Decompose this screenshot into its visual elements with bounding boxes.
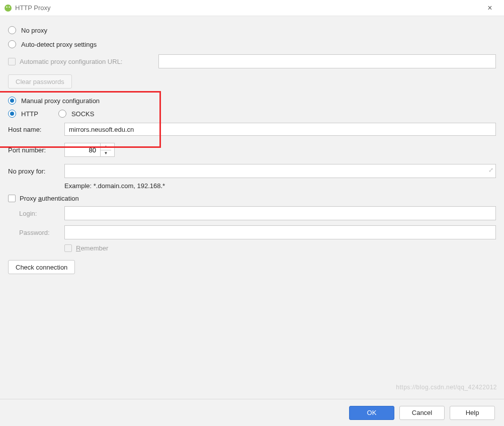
socks-option[interactable]: SOCKS [58,110,95,118]
clear-passwords-label: Clear passwords [16,78,64,86]
auto-url-field [158,54,496,68]
auto-detect-option[interactable]: Auto-detect proxy settings [8,40,496,48]
no-proxy-option[interactable]: No proxy [8,26,496,34]
http-option[interactable]: HTTP [8,110,38,118]
login-label: Login: [19,210,64,217]
window-title: HTTP Proxy [15,4,480,12]
protocol-row: HTTP SOCKS [8,110,496,118]
svg-point-0 [5,5,12,12]
radio-icon [58,110,66,118]
example-text: Example: *.domain.com, 192.168.* [64,182,165,190]
port-row: Port number: ▲ ▼ [8,143,496,157]
example-row: Example: *.domain.com, 192.168.* [8,182,496,190]
titlebar: HTTP Proxy × [0,0,504,16]
help-button[interactable]: Help [450,406,495,420]
proxy-auth-row[interactable]: Proxy authentication [8,195,496,202]
svg-point-1 [6,6,7,7]
port-label: Port number: [8,146,64,154]
auto-url-checkbox [8,58,16,65]
auto-detect-label: Auto-detect proxy settings [21,41,97,48]
spinner-arrows[interactable]: ▲ ▼ [100,143,111,156]
help-label: Help [466,409,479,416]
cancel-label: Cancel [412,409,432,416]
dialog-footer: OK Cancel Help [0,399,504,426]
check-connection-row: Check connection [8,260,496,274]
host-label: Host name: [8,126,64,133]
no-proxy-for-label: No proxy for: [8,167,64,175]
radio-icon [8,97,16,105]
host-row: Host name: [8,123,496,136]
remember-row: Remember [8,244,496,252]
manual-label: Manual proxy configuration [21,97,100,105]
watermark-text: https://blog.csdn.net/qq_42422012 [396,384,497,391]
chevron-up-icon[interactable]: ▲ [101,143,111,150]
login-row: Login: [8,206,496,220]
clear-passwords-row: Clear passwords [8,74,496,89]
radio-icon [8,26,16,34]
clear-passwords-button: Clear passwords [8,74,72,89]
check-connection-button[interactable]: Check connection [8,260,75,274]
no-proxy-label: No proxy [21,27,47,34]
proxy-auth-label: Proxy authentication [20,195,79,202]
ok-button[interactable]: OK [349,406,394,420]
login-input [64,206,496,220]
android-studio-icon [4,4,12,12]
password-row: Password: [8,225,496,239]
port-input[interactable] [65,143,100,156]
ok-label: OK [367,409,377,416]
proxy-auth-checkbox[interactable] [8,195,16,202]
close-icon[interactable]: × [480,4,500,13]
remember-checkbox [64,244,72,252]
check-connection-label: Check connection [16,264,67,271]
no-proxy-for-row: No proxy for: ⤢ [8,164,496,178]
host-input[interactable] [64,123,496,136]
svg-point-2 [9,6,10,7]
socks-label: SOCKS [71,110,95,118]
radio-icon [8,40,16,48]
dialog-body: No proxy Auto-detect proxy settings Auto… [0,16,504,399]
no-proxy-for-input[interactable]: ⤢ [64,164,496,178]
manual-option[interactable]: Manual proxy configuration [8,97,496,105]
password-input [64,225,496,239]
remember-label: Remember [76,244,108,252]
radio-icon [8,110,16,118]
expand-icon[interactable]: ⤢ [488,166,493,174]
http-label: HTTP [21,110,38,118]
port-spinner[interactable]: ▲ ▼ [64,143,115,157]
auto-url-row: Automatic proxy configuration URL: [8,54,496,68]
password-label: Password: [19,229,64,236]
chevron-down-icon[interactable]: ▼ [101,150,111,157]
auto-url-label: Automatic proxy configuration URL: [20,58,158,65]
cancel-button[interactable]: Cancel [399,406,445,420]
